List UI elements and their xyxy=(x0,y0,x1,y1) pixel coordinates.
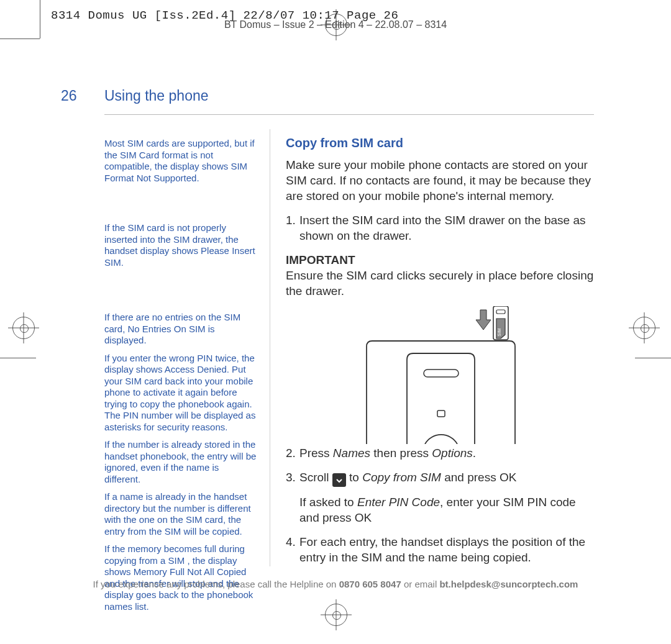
registration-line-right xyxy=(635,358,671,358)
intro-paragraph: Make sure your mobile phone contacts are… xyxy=(286,157,596,204)
important-label: IMPORTANT xyxy=(286,252,596,268)
svg-rect-0 xyxy=(424,370,459,377)
step-prefix: Scroll xyxy=(299,471,332,484)
side-note-text: . xyxy=(121,257,124,268)
running-title: BT Domus – Issue 2 – Edition 4 – 22.08.0… xyxy=(0,19,671,30)
registration-mark-right xyxy=(633,317,655,339)
side-note-display-text: Memory Full Not All Copied xyxy=(134,566,247,577)
side-note-4: If you enter the wrong PIN twice, the di… xyxy=(104,353,257,433)
step-text: Insert the SIM card into the SIM drawer … xyxy=(299,212,596,243)
side-notes-column: Most SIM cards are supported, but if the… xyxy=(104,138,257,612)
registration-mark-left xyxy=(12,317,35,339)
step-1: 1. Insert the SIM card into the SIM draw… xyxy=(286,212,596,243)
step-number: 3. xyxy=(286,469,299,525)
helpline-phone: 0870 605 8047 xyxy=(339,579,401,589)
helpline-prefix: If you experience any problems, please c… xyxy=(93,579,339,589)
side-note-3: If there are no entries on the SIM card,… xyxy=(104,312,257,347)
step-number: 1. xyxy=(286,212,299,243)
step-prefix: Press xyxy=(299,447,333,460)
svg-rect-1 xyxy=(437,410,445,417)
step-suffix: . xyxy=(473,447,476,460)
step-suffix: and press OK xyxy=(441,471,516,484)
page-number: 26 xyxy=(61,88,77,104)
ui-label-options: Options xyxy=(432,447,472,460)
section-heading: Copy from SIM card xyxy=(286,135,596,151)
page-heading: Using the phone xyxy=(104,88,209,104)
heading-rule xyxy=(104,114,594,115)
column-separator xyxy=(270,129,270,566)
step-mid: then press xyxy=(370,447,432,460)
helpline-footer: If you experience any problems, please c… xyxy=(0,579,671,589)
helpline-mid: or email xyxy=(401,579,440,589)
side-note-text: . xyxy=(196,173,199,183)
helpline-email: bt.helpdesk@suncorptech.com xyxy=(439,579,578,589)
sim-insertion-diagram: SIM xyxy=(286,306,596,444)
ui-label-enter-pin: Enter PIN Code xyxy=(357,496,440,509)
crop-mark-h xyxy=(0,39,40,39)
side-note-5: If the number is already stored in the h… xyxy=(104,439,257,485)
ui-label-copy-from-sim: Copy from SIM xyxy=(362,471,441,484)
ui-label-names: Names xyxy=(333,447,370,460)
side-note-1: Most SIM cards are supported, but if the… xyxy=(104,138,257,184)
step-mid: to xyxy=(346,471,362,484)
step-text: For each entry, the handset displays the… xyxy=(299,534,596,565)
sim-label: SIM xyxy=(497,329,501,337)
svg-rect-3 xyxy=(496,310,505,314)
important-text: Ensure the SIM card clicks securely in p… xyxy=(286,268,596,299)
step-4: 4. For each entry, the handset displays … xyxy=(286,534,596,565)
scroll-down-icon xyxy=(332,473,346,487)
registration-line-left xyxy=(0,358,36,358)
step-text: Scroll to Copy from SIM and press OK If … xyxy=(299,469,596,525)
side-note-2: If the SIM card is not properly inserted… xyxy=(104,222,257,268)
registration-mark-bottom xyxy=(325,604,347,626)
side-note-6: If a name is already in the handset dire… xyxy=(104,491,257,537)
step-followup-a: If asked to xyxy=(299,496,357,509)
step-text: Press Names then press Options. xyxy=(299,445,596,461)
step-2: 2. Press Names then press Options. xyxy=(286,445,596,461)
step-number: 2. xyxy=(286,445,299,461)
side-note-display-text: No Entries On SIM xyxy=(128,324,206,334)
side-note-7: If the memory becomes full during copyin… xyxy=(104,543,257,612)
step-number: 4. xyxy=(286,534,299,565)
side-note-display-text: Access Denied xyxy=(165,364,227,374)
step-3: 3. Scroll to Copy from SIM and press OK … xyxy=(286,469,596,525)
